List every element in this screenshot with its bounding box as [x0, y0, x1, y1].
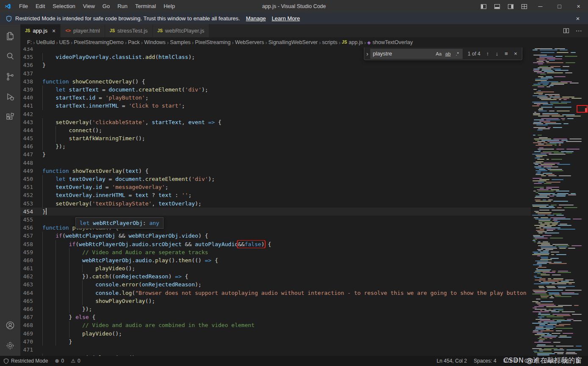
- line-number[interactable]: 457: [20, 232, 42, 240]
- line-number[interactable]: 459: [20, 248, 42, 256]
- code-line[interactable]: 451 textOverlay.id = 'messageOverlay';: [20, 183, 531, 191]
- line-number[interactable]: 439: [20, 86, 42, 94]
- line-number[interactable]: 447: [20, 150, 42, 158]
- toggle-secondary-sidebar-icon[interactable]: [504, 0, 517, 13]
- code-line[interactable]: 442: [20, 110, 531, 118]
- cursor-position-status[interactable]: Ln 454, Col 2: [433, 356, 470, 366]
- line-number[interactable]: 449: [20, 167, 42, 175]
- overview-ruler[interactable]: [585, 47, 588, 356]
- line-number[interactable]: 438: [20, 78, 42, 86]
- banner-link-learn-more[interactable]: Learn More: [272, 15, 300, 22]
- breadcrumb-item[interactable]: WebServers: [235, 39, 264, 45]
- match-case-toggle[interactable]: Aa: [434, 50, 443, 58]
- breadcrumb-item[interactable]: Samples: [170, 39, 191, 45]
- line-number[interactable]: 464: [20, 289, 42, 297]
- code-line[interactable]: 471: [20, 346, 531, 354]
- indentation-status[interactable]: Spaces: 4: [470, 356, 499, 366]
- explorer-icon[interactable]: [0, 26, 20, 46]
- close-tab-icon[interactable]: ×: [52, 28, 55, 34]
- minimize-button[interactable]: ─: [531, 0, 550, 13]
- editor[interactable]: 434435 videoPlayOverlay.classList.add(ht…: [20, 47, 588, 356]
- line-number[interactable]: 469: [20, 330, 42, 338]
- code-line[interactable]: 466 });: [20, 305, 531, 313]
- split-editor-icon[interactable]: [560, 24, 572, 37]
- line-number[interactable]: 458: [20, 240, 42, 248]
- code-line[interactable]: 467 } else {: [20, 313, 531, 321]
- close-window-button[interactable]: ×: [569, 0, 588, 13]
- line-number[interactable]: 442: [20, 110, 42, 118]
- breadcrumb-item[interactable]: PixelStreamingDemo: [74, 39, 123, 45]
- code-line[interactable]: 441 startText.innerHTML = 'Click to star…: [20, 102, 531, 110]
- line-number[interactable]: 452: [20, 191, 42, 199]
- line-number[interactable]: 451: [20, 183, 42, 191]
- line-number[interactable]: 445: [20, 134, 42, 142]
- source-control-icon[interactable]: [0, 67, 20, 87]
- close-find-icon[interactable]: ×: [511, 49, 520, 58]
- tab-app.js[interactable]: JSapp.js×: [20, 24, 61, 37]
- line-number[interactable]: 460: [20, 256, 42, 264]
- breadcrumb-item[interactable]: F:: [27, 39, 32, 45]
- settings-gear-icon[interactable]: [0, 336, 20, 356]
- minimap[interactable]: [531, 47, 585, 356]
- tab-player.html[interactable]: <>player.html: [61, 24, 105, 37]
- code-line[interactable]: 448: [20, 159, 531, 167]
- code-line[interactable]: 465 showPlayOverlay();: [20, 297, 531, 305]
- whole-word-toggle[interactable]: ab: [444, 50, 452, 58]
- customize-layout-icon[interactable]: [517, 0, 531, 13]
- line-number[interactable]: 462: [20, 272, 42, 280]
- code-line[interactable]: 462 }).catch((onRejectedReason) => {: [20, 272, 531, 280]
- code-line[interactable]: 459 // Video and Audio are seperate trac…: [20, 248, 531, 256]
- code-line[interactable]: 440 startText.id = 'playButton';: [20, 94, 531, 102]
- code-line[interactable]: 438function showConnectOverlay() {: [20, 78, 531, 86]
- restricted-mode-status[interactable]: Restricted Mode: [0, 356, 51, 366]
- code-line[interactable]: 439 let startText = document.createEleme…: [20, 86, 531, 94]
- breadcrumb-item[interactable]: UE5: [59, 39, 69, 45]
- breadcrumb-item[interactable]: scripts: [322, 39, 337, 45]
- code-line[interactable]: 457 if(webRtcPlayerObj && webRtcPlayerOb…: [20, 232, 531, 240]
- breadcrumb-item[interactable]: Windows: [144, 39, 166, 45]
- code-line[interactable]: 470 }: [20, 338, 531, 346]
- line-number[interactable]: 471: [20, 346, 42, 354]
- regex-toggle[interactable]: .*: [453, 50, 462, 58]
- accounts-icon[interactable]: [0, 315, 20, 336]
- code-line[interactable]: 453 setOverlay('textDisplayState', textO…: [20, 200, 531, 208]
- menu-terminal[interactable]: Terminal: [131, 0, 160, 13]
- code-line[interactable]: 446 });: [20, 142, 531, 150]
- toggle-panel-icon[interactable]: [490, 0, 504, 13]
- banner-close-icon[interactable]: ×: [573, 13, 583, 24]
- line-number[interactable]: 454: [20, 208, 42, 216]
- breadcrumb-item[interactable]: ◈showTextOverlay: [367, 39, 413, 45]
- code-line[interactable]: 452 textOverlay.innerHTML = text ? text …: [20, 191, 531, 199]
- line-number[interactable]: 465: [20, 297, 42, 305]
- line-number[interactable]: 436: [20, 61, 42, 69]
- next-match-icon[interactable]: ↓: [492, 49, 502, 58]
- line-number[interactable]: 441: [20, 102, 42, 110]
- code-line[interactable]: 445 startAfkWarningTimer();: [20, 134, 531, 142]
- search-icon[interactable]: [0, 46, 20, 67]
- line-number[interactable]: 461: [20, 264, 42, 272]
- code-area[interactable]: 434435 videoPlayOverlay.classList.add(ht…: [20, 47, 531, 356]
- line-number[interactable]: 456: [20, 224, 42, 232]
- line-number[interactable]: 453: [20, 200, 42, 208]
- line-number[interactable]: 448: [20, 159, 42, 167]
- breadcrumb-item[interactable]: Pack: [128, 39, 140, 45]
- more-actions-icon[interactable]: ⋯: [573, 24, 585, 37]
- code-line[interactable]: 463 console.error(onRejectedReason);: [20, 280, 531, 288]
- line-number[interactable]: 467: [20, 313, 42, 321]
- code-line[interactable]: 469 playVideo();: [20, 330, 531, 338]
- code-line[interactable]: 450 let textOverlay = document.createEle…: [20, 175, 531, 183]
- maximize-button[interactable]: □: [550, 0, 569, 13]
- code-line[interactable]: 461 playVideo();: [20, 264, 531, 272]
- menu-run[interactable]: Run: [114, 0, 131, 13]
- previous-match-icon[interactable]: ↑: [483, 49, 492, 58]
- run-debug-icon[interactable]: [0, 87, 20, 107]
- menu-edit[interactable]: Edit: [32, 0, 49, 13]
- line-number[interactable]: 446: [20, 142, 42, 150]
- code-line[interactable]: 436}: [20, 61, 531, 69]
- line-number[interactable]: 435: [20, 53, 42, 61]
- tab-webRtcPlayer.js[interactable]: JSwebRtcPlayer.js: [153, 24, 210, 37]
- code-line[interactable]: 458 if(webRtcPlayerObj.audio.srcObject &…: [20, 240, 531, 248]
- extensions-icon[interactable]: [0, 107, 20, 128]
- breadcrumb-item[interactable]: SignallingWebServer: [269, 39, 318, 45]
- code-line[interactable]: 464 console.log("Browser does not suppor…: [20, 289, 531, 297]
